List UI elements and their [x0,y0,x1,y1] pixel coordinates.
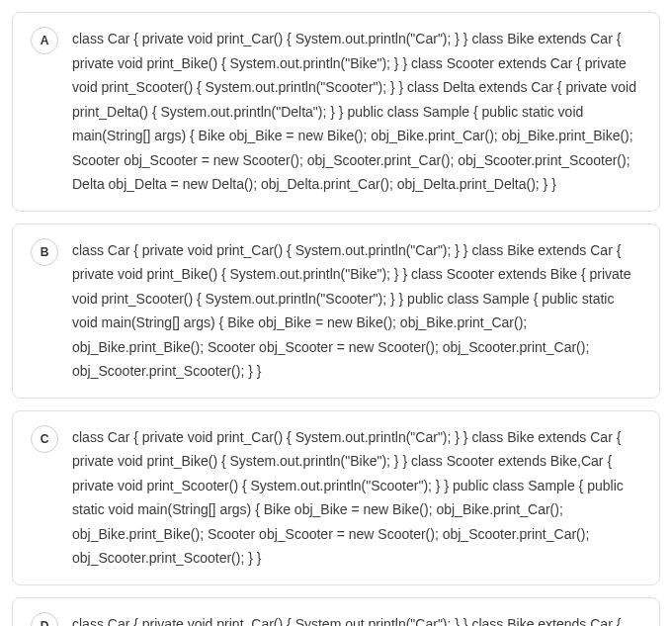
option-card-d[interactable]: D class Car { private void print_Car() {… [12,597,660,627]
option-badge: C [31,425,58,453]
option-code-text: class Car { private void print_Car() { S… [72,612,641,627]
option-code-text: class Car { private void print_Car() { S… [72,27,641,197]
option-letter: A [41,34,49,47]
option-badge: D [31,612,58,627]
options-list: A class Car { private void print_Car() {… [12,12,660,626]
option-code-text: class Car { private void print_Car() { S… [72,238,641,384]
option-card-b[interactable]: B class Car { private void print_Car() {… [12,224,660,399]
option-letter: C [41,432,49,446]
option-card-a[interactable]: A class Car { private void print_Car() {… [12,12,660,212]
option-letter: B [41,245,49,259]
option-card-c[interactable]: C class Car { private void print_Car() {… [12,410,660,585]
option-badge: B [31,238,58,266]
option-code-text: class Car { private void print_Car() { S… [72,425,641,571]
option-badge: A [31,27,58,54]
option-letter: D [41,619,49,627]
